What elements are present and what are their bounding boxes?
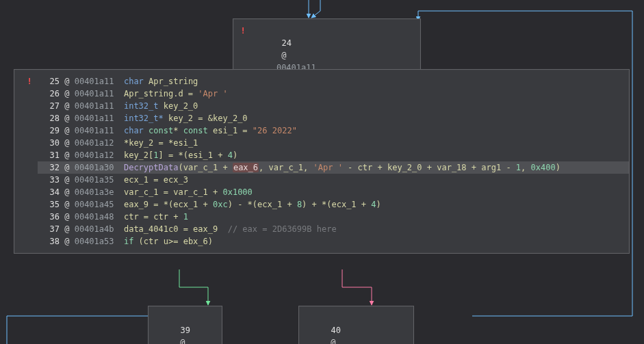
identifier[interactable]: ecx_1 [124, 175, 149, 185]
address: 00401a35 [75, 175, 114, 185]
identifier[interactable]: key_2_0 [387, 163, 422, 172]
function-name[interactable]: DecryptData [124, 163, 178, 172]
code-row[interactable]: 37 @ 00401a4b data_4041c0 = eax_9 // eax… [44, 223, 622, 235]
code-row[interactable]: 39 @ 00401a53 break [155, 312, 215, 344]
line-number: 28 [44, 112, 60, 124]
address: 00401a30 [75, 163, 114, 172]
at-sign: @ [60, 163, 75, 172]
identifier[interactable]: eax_9 [193, 224, 218, 234]
line-number: 25 [44, 75, 60, 88]
code-row[interactable]: 26 @ 00401a11 Apr_string.d = 'Apr ' [44, 88, 622, 100]
identifier[interactable]: data_4041c0 [124, 224, 178, 234]
identifier[interactable]: ecx_1 [331, 200, 356, 209]
identifier[interactable]: ctr [358, 163, 373, 172]
identifier[interactable]: var_c_1 [183, 163, 218, 172]
identifier[interactable]: esi_1 [173, 138, 198, 148]
identifier[interactable]: arg1 [481, 163, 501, 172]
highlighted-identifier[interactable]: eax_6 [233, 163, 259, 172]
identifier[interactable]: Apr_string.d [124, 89, 183, 98]
identifier[interactable]: key_2 [129, 138, 153, 148]
error-icon: ! [237, 25, 248, 36]
identifier[interactable]: esi_1 [188, 150, 213, 160]
code-row[interactable]: 29 @ 00401a11 char const* const esi_1 = … [44, 124, 622, 137]
at-sign: @ [60, 126, 75, 135]
code-row[interactable]: 27 @ 00401a11 int32_t key_2_0 [44, 100, 622, 112]
line-number: 30 [44, 137, 60, 149]
code-row[interactable]: 28 @ 00401a11 int32_t* key_2 = &key_2_0 [44, 112, 622, 124]
line-number: 24 [276, 37, 292, 49]
at-sign: @ [60, 101, 75, 111]
at-sign: @ [60, 138, 75, 148]
block-loop-body[interactable]: ! 25 @ 00401a11 char Apr_string26 @ 0040… [14, 69, 630, 254]
address: 00401a12 [75, 138, 114, 148]
address: 00401a12 [75, 150, 114, 160]
code-row[interactable]: 25 @ 00401a11 char Apr_string [44, 75, 622, 88]
line-number: 36 [44, 211, 60, 223]
line-number: 35 [44, 198, 60, 211]
identifier[interactable]: ctr [124, 212, 139, 222]
code-row[interactable]: 34 @ 00401a3e var_c_1 = var_c_1 + 0x1000 [44, 186, 622, 198]
identifier[interactable]: esi_1 [213, 126, 237, 135]
at-sign: @ [60, 187, 75, 197]
at-sign: @ [60, 212, 75, 222]
comment: // eax = 2D63699B here [228, 224, 337, 234]
address: 00401a3e [75, 187, 114, 197]
at-sign: @ [60, 150, 75, 160]
code-row[interactable]: 32 @ 00401a30 DecryptData(var_c_1 + eax_… [38, 161, 629, 174]
address: 00401a11 [75, 126, 114, 135]
at-sign: @ [60, 114, 75, 123]
identifier[interactable]: key_2 [168, 114, 193, 123]
identifier[interactable]: var_c_1 [173, 187, 208, 197]
line-number: 33 [44, 174, 60, 186]
identifier[interactable]: var_18 [437, 163, 466, 172]
code-row[interactable]: 31 @ 00401a12 key_2[1] = *(esi_1 + 4) [44, 149, 622, 161]
at-sign: @ [60, 200, 75, 209]
identifier[interactable]: var_c_1 [269, 163, 304, 172]
address: 00401a11 [75, 114, 114, 123]
identifier[interactable]: key_2 [124, 150, 149, 160]
identifier[interactable]: ecx_1 [173, 200, 198, 209]
address: 00401a53 [75, 237, 114, 246]
address: 00401a48 [75, 212, 114, 222]
at-sign: @ [60, 77, 75, 86]
line-number: 38 [44, 235, 60, 248]
code-row[interactable]: 40 @ 00401a03 eax_6 = var_20_1 [306, 312, 407, 344]
address: 00401a11 [75, 101, 114, 111]
line-number: 40 [326, 324, 341, 336]
line-number: 26 [44, 88, 60, 100]
code-row[interactable]: 35 @ 00401a45 eax_9 = *(ecx_1 + 0xc) - *… [44, 198, 622, 211]
line-number: 31 [44, 149, 60, 161]
line-number: 34 [44, 186, 60, 198]
identifier[interactable]: eax_9 [124, 200, 149, 209]
address: 00401a4b [75, 224, 114, 234]
address: 00401a11 [75, 77, 114, 86]
code-row[interactable]: 38 @ 00401a53 if (ctr u>= ebx_6) [44, 235, 622, 248]
identifier[interactable]: ctr [144, 237, 159, 246]
identifier[interactable]: ebx_6 [183, 237, 208, 246]
line-number: 27 [44, 100, 60, 112]
block-backedge-assign[interactable]: 40 @ 00401a03 eax_6 = var_20_1 [298, 306, 414, 344]
code-row[interactable]: 33 @ 00401a35 ecx_1 = ecx_3 [44, 174, 622, 186]
line-number: 37 [44, 223, 60, 235]
block-break[interactable]: 39 @ 00401a53 break [148, 306, 222, 344]
at-sign: @ [60, 175, 75, 185]
identifier[interactable]: ecx_1 [257, 200, 282, 209]
address: 00401a11 [75, 89, 114, 98]
line-number: 32 [44, 161, 60, 174]
at-sign: @ [60, 237, 75, 246]
line-number: 39 [175, 324, 190, 336]
code-row[interactable]: 30 @ 00401a12 *key_2 = *esi_1 [44, 137, 622, 149]
at-sign: @ [60, 89, 75, 98]
identifier[interactable]: ctr [153, 212, 168, 222]
code-row[interactable]: 36 @ 00401a48 ctr = ctr + 1 [44, 211, 622, 223]
error-icon: ! [24, 75, 35, 86]
identifier[interactable]: key_2_0 [213, 114, 248, 123]
identifier[interactable]: Apr_string [149, 77, 198, 86]
line-number: 29 [44, 124, 60, 137]
at-sign: @ [60, 224, 75, 234]
identifier[interactable]: var_c_1 [124, 187, 159, 197]
address: 00401a45 [75, 200, 114, 209]
identifier[interactable]: ecx_3 [164, 175, 188, 185]
identifier[interactable]: key_2_0 [164, 101, 198, 111]
